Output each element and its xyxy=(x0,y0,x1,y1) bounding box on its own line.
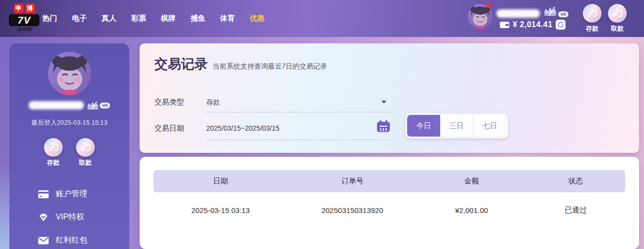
username-redacted xyxy=(29,101,84,109)
withdraw-label: 取款 xyxy=(608,24,627,33)
header-date: 日期 xyxy=(153,177,288,186)
avatar-image xyxy=(48,52,91,95)
nav-item-promos[interactable]: 优惠 xyxy=(249,14,265,23)
cell-amount: ¥2,001.00 xyxy=(417,206,526,214)
nav-item-sports[interactable]: 体育 xyxy=(220,14,235,23)
logo-suffix: .com xyxy=(9,26,39,32)
main-nav: 热门 电子 真人 彩票 棋牌 捕鱼 体育 优惠 xyxy=(42,0,265,37)
transaction-date-input[interactable]: 2025/03/15~2025/03/15 xyxy=(206,124,279,132)
deposit-label: 存款 xyxy=(44,158,63,167)
last-login-text: 最后登入2025-03-15 15:13 xyxy=(9,118,129,127)
transaction-date-label: 交易日期 xyxy=(154,124,184,133)
withdraw-icon xyxy=(79,142,91,153)
sidebar-item-label: 账户管理 xyxy=(56,189,87,199)
logo-char-1: 申 xyxy=(14,3,24,13)
date-underline xyxy=(206,140,391,140)
card-icon xyxy=(38,190,49,199)
deposit-button-sidebar[interactable]: 存款 xyxy=(44,138,63,167)
date-range-button-group: 今日 三日 七日 xyxy=(405,113,508,139)
nav-item-lottery[interactable]: 彩票 xyxy=(131,14,147,23)
sidebar-menu: 账户管理 VIP特权 红利红包 xyxy=(38,182,87,249)
header-amount: 金额 xyxy=(417,177,526,186)
sidebar-item-label: VIP特权 xyxy=(56,212,84,222)
sidebar-item-vip-privileges[interactable]: VIP特权 xyxy=(38,206,87,229)
table-header-row: 日期 订单号 金额 状态 xyxy=(153,170,625,192)
user-sidebar: V0 最后登入2025-03-15 15:13 存款 取款 账户管理 xyxy=(9,43,129,249)
username-redacted xyxy=(496,9,540,18)
range-button-three-days[interactable]: 三日 xyxy=(440,115,473,137)
transaction-records-page: 申 博 7V .com 热门 电子 真人 彩票 棋牌 捕鱼 体育 优惠 V0 xyxy=(0,0,644,249)
vip-crown-icon: V0 xyxy=(542,6,568,18)
sidebar-quick-actions: 存款 取款 xyxy=(9,138,129,167)
deposit-icon xyxy=(586,7,598,19)
chevron-down-icon[interactable] xyxy=(381,101,386,104)
range-button-seven-days[interactable]: 七日 xyxy=(473,115,506,137)
sidebar-item-label: 红利红包 xyxy=(56,235,87,246)
refresh-balance-button[interactable] xyxy=(556,20,566,30)
vip-level-badge: V0 xyxy=(558,11,568,17)
table-row: 2025-03-15 03:13 202503150313920 ¥2,001.… xyxy=(153,199,625,221)
withdraw-icon xyxy=(611,7,623,19)
transaction-table-panel: 日期 订单号 金额 状态 2025-03-15 03:13 2025031503… xyxy=(140,157,639,249)
header-status: 状态 xyxy=(526,177,625,186)
site-logo[interactable]: 申 博 7V .com xyxy=(9,3,39,32)
sidebar-item-account-management[interactable]: 账户管理 xyxy=(38,182,87,206)
vip-gem-icon xyxy=(38,213,49,222)
sidebar-avatar xyxy=(48,52,91,95)
balance-row: ¥ 2,014.41 xyxy=(499,20,566,30)
nav-item-fishing[interactable]: 捕鱼 xyxy=(190,14,206,23)
nav-item-chess[interactable]: 棋牌 xyxy=(160,14,176,23)
logo-char-2: 博 xyxy=(25,3,35,13)
range-button-today[interactable]: 今日 xyxy=(407,115,440,137)
sidebar-user-row: V0 xyxy=(9,101,129,110)
logo-main: 7V xyxy=(9,14,39,26)
deposit-button-top[interactable]: 存款 xyxy=(583,4,602,33)
calendar-icon[interactable] xyxy=(377,120,390,135)
vip-level-badge: V0 xyxy=(100,103,110,108)
cell-status: 已通过 xyxy=(526,206,625,215)
type-underline xyxy=(206,112,391,112)
vip-crown-icon xyxy=(86,101,100,110)
transaction-type-select[interactable]: 存款 xyxy=(206,98,220,107)
sidebar-item-bonus-redpacket[interactable]: 红利红包 xyxy=(38,229,87,249)
top-nav-bar: 申 博 7V .com 热门 电子 真人 彩票 棋牌 捕鱼 体育 优惠 V0 xyxy=(0,0,644,37)
nav-item-slots[interactable]: 电子 xyxy=(72,14,87,23)
withdraw-button-sidebar[interactable]: 取款 xyxy=(76,138,95,167)
header-order-no: 订单号 xyxy=(288,177,417,186)
nav-item-live[interactable]: 真人 xyxy=(101,14,117,23)
notification-dot xyxy=(486,3,491,8)
page-subtitle: 当前系统支持查询最近7日的交易记录 xyxy=(213,62,327,71)
user-avatar[interactable] xyxy=(468,4,492,29)
refresh-icon xyxy=(557,21,564,28)
deposit-label: 存款 xyxy=(583,24,602,33)
envelope-icon xyxy=(38,236,49,245)
deposit-icon xyxy=(47,142,59,153)
withdraw-label: 取款 xyxy=(76,158,95,167)
withdraw-button-top[interactable]: 取款 xyxy=(608,4,627,33)
nav-item-hot[interactable]: 热门 xyxy=(42,14,58,23)
balance-amount: ¥ 2,014.41 xyxy=(513,20,553,29)
cell-date: 2025-03-15 03:13 xyxy=(153,206,288,214)
page-title: 交易记录 xyxy=(154,55,208,73)
cell-order-no: 202503150313920 xyxy=(288,206,417,214)
wallet-icon xyxy=(499,21,510,29)
transaction-type-label: 交易类型 xyxy=(154,98,184,107)
transaction-filter-panel: 交易记录 当前系统支持查询最近7日的交易记录 交易类型 存款 交易日期 2025… xyxy=(140,43,639,153)
